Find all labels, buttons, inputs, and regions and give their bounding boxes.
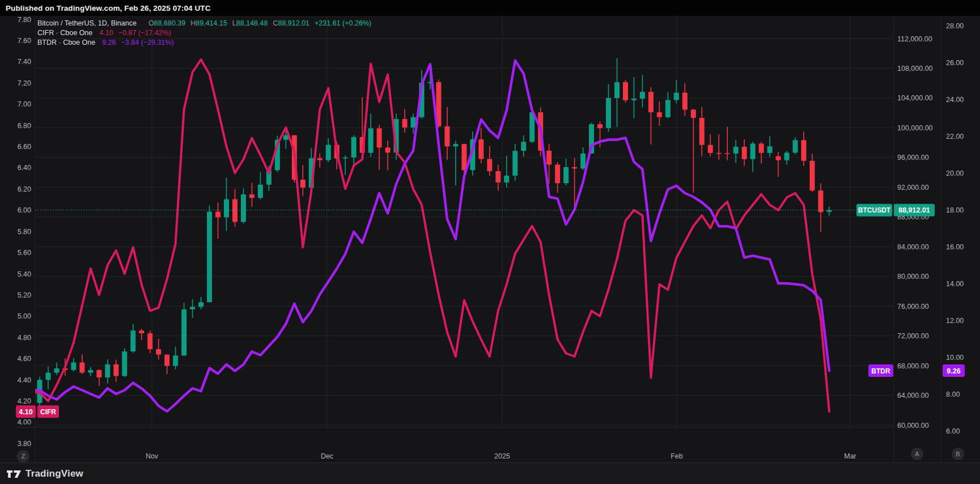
left-axis-tick: 7.40 [18, 58, 31, 66]
btdr-axis-tick: 10.00 [946, 354, 964, 362]
left-axis-tick: 7.00 [18, 100, 31, 108]
btc-axis-tick: 112,000.00 [897, 35, 932, 43]
left-axis-tick: 4.80 [18, 334, 31, 342]
candle-body [708, 145, 713, 153]
time-axis-tick: Dec [321, 452, 333, 460]
candle-body [725, 153, 730, 154]
left-axis-tick: 6.40 [18, 164, 31, 172]
btc-axis-tick: 60,000.00 [897, 422, 929, 430]
left-axis-tick: 3.80 [18, 440, 31, 448]
time-axis-tick: Feb [671, 452, 683, 460]
candle-body [614, 82, 620, 98]
candle-body [258, 185, 263, 198]
legend-row-btcusdt[interactable]: Bitcoin / TetherUS, 1D, BinanceO88,680.3… [37, 19, 371, 28]
svg-text:88,912.01: 88,912.01 [898, 206, 930, 214]
candle-body [224, 199, 229, 218]
btdr-axis-tick: 22.00 [946, 133, 964, 141]
btc-axis-tick: 92,000.00 [897, 184, 929, 192]
btdr-axis-tick: 24.00 [946, 96, 964, 104]
candle-body [249, 194, 254, 198]
candle-body [232, 199, 237, 222]
chart-legend: Bitcoin / TetherUS, 1D, BinanceO88,680.3… [37, 19, 371, 48]
btdr-axis-tick: 6.00 [946, 427, 960, 435]
btc-axis-tick: 68,000.00 [897, 362, 929, 370]
left-axis-tick: 5.40 [18, 270, 31, 278]
svg-text:BTDR: BTDR [871, 367, 890, 375]
btdr-axis-tick: 14.00 [946, 280, 964, 288]
left-axis-tick: 6.00 [18, 206, 31, 214]
candle-body [767, 146, 773, 153]
candle-body [317, 158, 323, 160]
btdr-axis-tick: 28.00 [946, 22, 964, 30]
candle-body [648, 92, 654, 112]
left-axis-tick: 6.60 [18, 143, 31, 151]
time-axis-tick: 2025 [494, 452, 510, 460]
candle-body [105, 364, 110, 377]
candle-body [190, 307, 195, 309]
scale-button-b[interactable]: B [952, 448, 964, 460]
btdr-title: BTDR · Cboe One [37, 39, 95, 46]
left-axis-tick: 5.00 [18, 312, 31, 320]
ohlc-close-value: 88,912.01 [278, 19, 309, 27]
published-text: Published on TradingView.com, Feb 26, 20… [6, 4, 211, 12]
left-axis-tick: 5.60 [18, 249, 31, 257]
btc-axis-tick: 80,000.00 [897, 273, 929, 281]
left-scale-button-z[interactable]: Z [17, 450, 29, 462]
chart-canvas[interactable]: 7.807.607.407.207.006.806.606.406.206.00… [0, 0, 980, 484]
candle-body [130, 330, 135, 351]
ohlc-high-label: H [190, 19, 196, 27]
candle-body [733, 147, 739, 154]
btc-axis-tick: 72,000.00 [897, 332, 929, 340]
candle-body [215, 212, 220, 218]
candle-body [597, 124, 603, 128]
candle-body [699, 118, 705, 145]
ohlc-open-value: 88,680.39 [154, 19, 186, 27]
candle-body [241, 194, 246, 222]
candle-body [793, 140, 798, 152]
candle-body [351, 137, 357, 158]
btdr-axis-tick: 12.00 [946, 317, 964, 325]
btdr-axis-tick: 18.00 [946, 206, 964, 214]
candle-body [156, 349, 161, 355]
candle-body [164, 355, 169, 366]
candle-body [173, 355, 178, 366]
legend-row-btdr[interactable]: BTDR · Cboe One9.26−3.84 (−29.31%) [37, 38, 371, 48]
candle-body [691, 110, 696, 118]
candle-body [742, 147, 747, 159]
candle-body [784, 152, 790, 160]
candle-body [461, 144, 466, 170]
candle-body [657, 112, 662, 117]
btdr-value: 9.26 [102, 39, 116, 46]
btdr-axis-tick: 26.00 [946, 59, 964, 67]
btc-axis-tick: 108,000.00 [897, 65, 933, 73]
candle-body [809, 161, 814, 190]
candle-body [750, 143, 756, 159]
btdr-axis-tick: 8.00 [946, 390, 960, 398]
time-axis-tick: Nov [146, 452, 159, 460]
candle-body [411, 117, 416, 128]
candle-body [368, 128, 374, 152]
candle-body [478, 139, 483, 159]
candle-body [818, 190, 823, 212]
cifr-change: −0.87 (−17.42%) [118, 29, 171, 37]
left-axis-tick: 4.20 [18, 397, 31, 405]
btdr-axis-tick: 16.00 [946, 243, 964, 251]
candle-body [96, 370, 101, 377]
candle-body [776, 156, 781, 160]
scale-button-a[interactable]: A [911, 448, 923, 460]
btc-axis-tick: 100,000.00 [897, 124, 933, 132]
candle-body [623, 82, 628, 100]
btdr-axis-tick: 20.00 [946, 169, 964, 177]
candle-body [759, 143, 764, 153]
main-symbol-title: Bitcoin / TetherUS, 1D, Binance [37, 19, 137, 27]
cifr-title: CIFR · Cboe One [37, 29, 92, 37]
tradingview-logo[interactable]: TradingView [6, 468, 83, 479]
left-axis-tick: 5.20 [18, 291, 31, 299]
left-axis-tick: 7.20 [18, 79, 31, 87]
candle-body [521, 142, 526, 151]
candle-body [512, 151, 517, 176]
legend-row-cifr[interactable]: CIFR · Cboe One4.10−0.87 (−17.42%) [37, 28, 371, 38]
candle-body [198, 302, 203, 307]
candle-body [801, 140, 807, 160]
candle-body [300, 180, 306, 188]
